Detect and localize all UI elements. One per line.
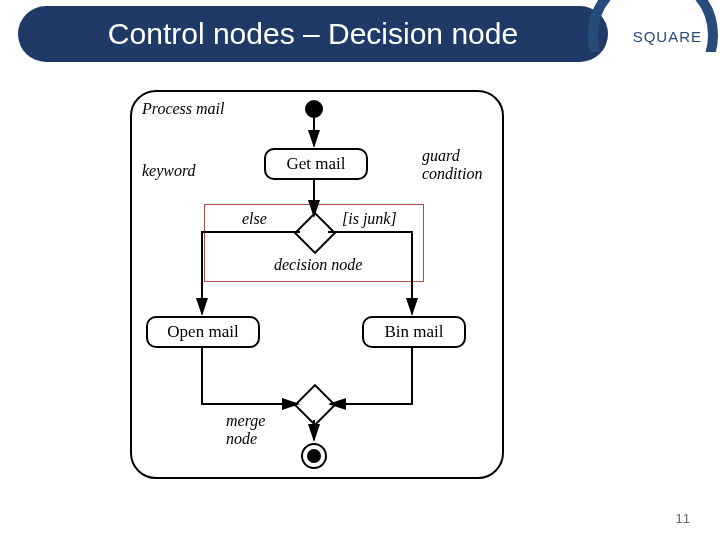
flow-arrows bbox=[132, 92, 502, 477]
activity-frame: Process mail keyword guard condition els… bbox=[130, 90, 504, 479]
brand-logo: SQUARE bbox=[618, 0, 708, 70]
page-number: 11 bbox=[676, 511, 690, 526]
slide: Control nodes – Decision node SQUARE Pro… bbox=[0, 0, 720, 540]
title-bar: Control nodes – Decision node bbox=[18, 6, 608, 62]
brand-text: SQUARE bbox=[633, 28, 702, 45]
logo-arc-icon bbox=[588, 0, 718, 100]
slide-title: Control nodes – Decision node bbox=[18, 6, 608, 62]
